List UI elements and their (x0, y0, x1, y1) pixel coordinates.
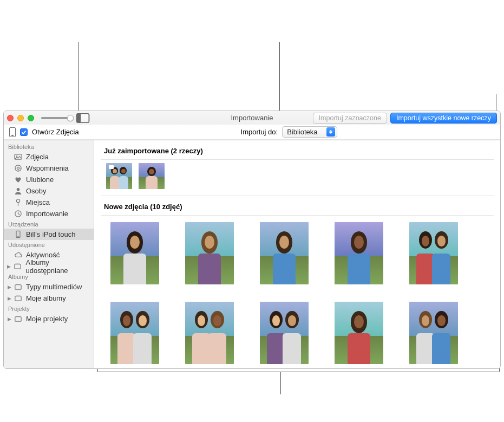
sidebar-item-label: Typy multimediów (26, 283, 82, 291)
new-photo-thumbnail[interactable] (335, 222, 383, 284)
callout-line (97, 372, 499, 372)
sidebar-item-label: Osoby (26, 187, 47, 195)
sidebar-header: Udostępnione (4, 240, 94, 249)
sidebar-item-my-albums[interactable]: ▶Moje albumy (4, 293, 94, 304)
import-subbar: Otwórz Zdjęcia Importuj do: Biblioteka (4, 125, 500, 140)
sidebar-item-import[interactable]: Importowanie (4, 208, 94, 219)
album-icon (14, 315, 22, 323)
fullscreen-button[interactable] (28, 115, 34, 121)
import-to-label: Importuj do: (241, 128, 278, 136)
imported-thumbnail[interactable] (139, 163, 165, 189)
view-toggle-button[interactable] (76, 113, 90, 123)
new-photos-title: Nowe zdjęcia (10 zdjęć) (101, 196, 494, 215)
callout-line (280, 372, 281, 394)
svg-rect-14 (16, 284, 20, 284)
video-badge-icon (107, 164, 115, 170)
svg-rect-13 (15, 285, 21, 289)
sidebar-item-label: Albumy udostępniane (26, 258, 89, 275)
cloud-icon (14, 251, 22, 259)
sidebar-item-places[interactable]: Miejsca (4, 197, 94, 208)
already-imported-row (101, 160, 494, 196)
sidebar-item-label: Moje projekty (26, 315, 68, 323)
import-to-value: Biblioteka (287, 128, 317, 136)
sidebar-item-people[interactable]: Osoby (4, 185, 94, 197)
callout-line (499, 368, 500, 372)
new-photo-thumbnail[interactable] (260, 222, 309, 284)
svg-point-3 (16, 155, 17, 157)
new-photo-thumbnail[interactable] (409, 222, 458, 284)
new-photo-thumbnail[interactable] (110, 302, 159, 364)
sidebar-item-device-ipod[interactable]: Bill's iPod touch (4, 229, 94, 240)
popup-arrows-icon (326, 127, 335, 137)
svg-rect-10 (17, 236, 18, 237)
photos-icon (14, 153, 22, 161)
sidebar-header: Urządzenia (4, 219, 94, 229)
sidebar-item-photos[interactable]: Zdjęcia (4, 151, 94, 163)
album-icon (14, 283, 22, 291)
sidebar-item-memories[interactable]: Wspomnienia (4, 163, 94, 174)
sidebar: BibliotekaZdjęciaWspomnieniaUlubioneOsob… (4, 140, 94, 369)
svg-rect-11 (15, 264, 21, 269)
heart-icon (14, 176, 22, 184)
import-all-button[interactable]: Importuj wszystkie nowe rzeczy (390, 113, 497, 124)
sidebar-header: Biblioteka (4, 142, 94, 151)
sidebar-item-label: Wspomnienia (26, 164, 69, 172)
album-icon (14, 262, 22, 271)
sidebar-item-label: Zdjęcia (26, 153, 49, 161)
device-icon (14, 230, 22, 239)
new-photo-thumbnail[interactable] (260, 302, 309, 364)
svg-point-5 (17, 167, 19, 169)
sidebar-header: Projekty (4, 304, 94, 313)
svg-rect-15 (15, 296, 21, 301)
content-area: Już zaimportowane (2 rzeczy) Nowe zdjęci… (94, 140, 500, 369)
already-imported-title: Już zaimportowane (2 rzeczy) (101, 140, 494, 159)
open-photos-checkbox[interactable] (20, 128, 28, 136)
svg-point-6 (16, 188, 19, 191)
sidebar-item-label: Importowanie (26, 210, 68, 218)
new-photos-grid (101, 216, 494, 369)
pin-icon (14, 198, 22, 207)
minimize-button[interactable] (17, 115, 24, 121)
svg-rect-17 (15, 317, 21, 321)
svg-point-7 (16, 199, 19, 203)
sidebar-item-label: Bill's iPod touch (26, 230, 75, 238)
disclosure-triangle-icon[interactable]: ▶ (7, 284, 11, 290)
memories-icon (14, 164, 22, 173)
disclosure-triangle-icon[interactable]: ▶ (7, 264, 11, 269)
import-selected-button[interactable]: Importuj zaznaczone (313, 113, 387, 124)
disclosure-triangle-icon[interactable]: ▶ (7, 296, 11, 301)
callout-line (496, 94, 496, 112)
import-to-popup[interactable]: Biblioteka (282, 126, 337, 138)
new-photo-thumbnail[interactable] (409, 302, 458, 364)
callout-line (279, 42, 280, 115)
clock-icon (14, 210, 22, 218)
sidebar-item-favorites[interactable]: Ulubione (4, 174, 94, 185)
new-photo-thumbnail[interactable] (335, 302, 383, 364)
open-photos-label: Otwórz Zdjęcia (32, 128, 79, 136)
new-photo-thumbnail[interactable] (185, 302, 234, 364)
titlebar: Importowanie Importuj zaznaczone Importu… (4, 111, 500, 140)
svg-rect-18 (16, 316, 20, 316)
sidebar-item-label: Ulubione (26, 176, 54, 184)
sidebar-item-label: Miejsca (26, 198, 50, 206)
zoom-slider[interactable] (41, 117, 73, 119)
window-controls (7, 115, 34, 121)
sidebar-item-my-projects[interactable]: ▶Moje projekty (4, 313, 94, 324)
svg-rect-1 (77, 113, 81, 122)
sidebar-item-media-types[interactable]: ▶Typy multimediów (4, 281, 94, 293)
close-button[interactable] (7, 115, 14, 121)
person-icon (14, 187, 22, 196)
imported-thumbnail[interactable] (106, 163, 132, 189)
sidebar-item-shared-albums[interactable]: ▶Albumy udostępniane (4, 261, 94, 272)
new-photo-thumbnail[interactable] (110, 222, 159, 284)
sidebar-item-label: Moje albumy (26, 294, 66, 302)
disclosure-triangle-icon[interactable]: ▶ (7, 316, 11, 322)
device-icon (9, 127, 16, 137)
album-icon (14, 294, 22, 303)
svg-rect-12 (15, 263, 19, 264)
photos-window: Importowanie Importuj zaznaczone Importu… (3, 111, 501, 369)
svg-rect-16 (16, 295, 20, 296)
new-photo-thumbnail[interactable] (185, 222, 234, 284)
